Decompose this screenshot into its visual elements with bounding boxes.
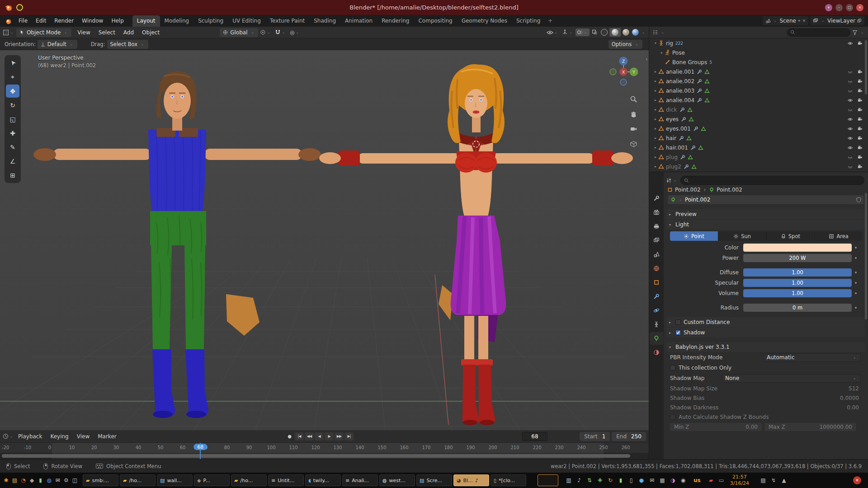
outliner-row-hair[interactable]: ▸hair (649, 133, 868, 143)
taskbar-app-clo[interactable]: ▯*[clo... (491, 474, 526, 486)
light-color-swatch[interactable] (743, 244, 852, 252)
outliner-row-eyes[interactable]: ▸eyes (649, 114, 868, 124)
timeline-menu-marker[interactable]: Marker (94, 433, 120, 440)
auto-calculate-checkbox[interactable] (670, 414, 675, 420)
filter-icon[interactable] (852, 30, 858, 35)
taskbar-app-untit[interactable]: ≡Untit... (268, 474, 304, 486)
outliner-row-pose[interactable]: ▸Pose (649, 48, 868, 57)
mail-launcher-icon[interactable]: ✉ (54, 476, 61, 484)
min-z-field[interactable]: Min Z0.00 (670, 423, 762, 431)
properties-tab-object[interactable] (650, 276, 663, 289)
light-radius-field[interactable]: 0 m (743, 304, 852, 312)
breadcrumb-object[interactable]: Point.002 (675, 187, 701, 193)
light-diffuse-slider[interactable]: 1.00 (743, 268, 852, 277)
jump-to-end-button[interactable]: ▶| (344, 432, 354, 441)
shadow-map-dropdown[interactable]: None⌄ (722, 374, 861, 383)
outliner-row-hair-001[interactable]: ▸hair.001 (649, 143, 868, 152)
animate-property-dot[interactable] (855, 292, 857, 294)
eye-closed-icon[interactable] (847, 107, 853, 113)
light-volume-slider[interactable]: 1.00 (743, 289, 852, 297)
proportional-editing-icon[interactable]: ◎ (290, 29, 294, 36)
tool-select-box[interactable]: ➤ (3, 54, 22, 72)
add-workspace-button[interactable]: + (545, 15, 556, 27)
workspace-tab-rendering[interactable]: Rendering (377, 15, 414, 27)
workspace-tab-uv-editing[interactable]: UV Editing (228, 15, 265, 27)
editor-type-caret-icon[interactable]: ⌄ (674, 178, 676, 182)
outliner-scrollbar[interactable] (865, 40, 867, 94)
expand-arrow-icon[interactable]: ▸ (653, 155, 658, 159)
menu-file[interactable]: File (14, 15, 32, 27)
timeline-menu-view[interactable]: View (73, 433, 94, 440)
transform-orientation-selector[interactable]: Global ⌄ (220, 28, 258, 37)
usb-tray-icon[interactable]: ↯ (770, 477, 777, 483)
eye-closed-icon[interactable] (847, 79, 853, 84)
properties-tab-output[interactable] (650, 220, 663, 233)
empty-launcher-slot[interactable] (538, 474, 558, 486)
pbr-intensity-dropdown[interactable]: Automatic⌄ (763, 353, 861, 362)
color-tray-icon[interactable]: ◑ (669, 477, 676, 483)
properties-tab-constraints[interactable] (650, 318, 663, 331)
expand-arrow-icon[interactable]: ▸ (653, 79, 658, 83)
flag-tray-icon[interactable]: ▰ (708, 477, 715, 483)
3d-viewport[interactable]: User Perspective (68) wear2 | Point.002 … (0, 50, 649, 430)
timeline-scrollbar[interactable] (2, 454, 630, 458)
animate-property-dot[interactable] (855, 247, 857, 249)
close-button[interactable]: ✕ (856, 4, 863, 11)
outliner-row-eyes-001[interactable]: ▸eyes.001 (649, 124, 868, 133)
this-collection-only-checkbox[interactable] (670, 365, 675, 371)
camera-icon[interactable] (857, 155, 863, 160)
taskbar-clock[interactable]: 21:57 3/16/24 (730, 474, 749, 487)
shading-caret-icon[interactable]: ⌄ (642, 31, 645, 34)
mode-selector[interactable]: Object Mode ⌄ (16, 28, 71, 37)
gimp-launcher-icon[interactable]: ◆ (28, 476, 36, 484)
eye-open-icon[interactable] (847, 145, 853, 150)
outliner-row-plug2[interactable]: ▸plug2 (649, 162, 868, 171)
eye-open-icon[interactable] (847, 41, 853, 46)
firefox-launcher-icon[interactable]: ◔ (19, 476, 27, 484)
workspace-tab-animation[interactable]: Animation (340, 15, 377, 27)
outliner-row-analie-004[interactable]: ▸analie.004 (649, 95, 868, 105)
auto-keying-toggle[interactable]: ● (285, 432, 294, 441)
options-dropdown[interactable]: Options ⌄ (609, 40, 642, 49)
axis-neg-y-ball[interactable] (610, 69, 616, 75)
expand-arrow-icon[interactable]: ▸ (653, 145, 658, 150)
properties-tab-physics[interactable] (650, 304, 663, 317)
window-menu-button[interactable]: ▾ (825, 4, 832, 11)
panel-custom-distance-header[interactable]: Custom Distance (684, 319, 730, 325)
axis-neg-z-ball[interactable] (620, 79, 627, 85)
properties-tab-object-data[interactable] (650, 332, 663, 345)
expand-arrow-icon[interactable]: ▸ (653, 108, 658, 112)
workspace-tab-scripting[interactable]: Scripting (512, 15, 545, 27)
prev-keyframe-button[interactable]: ◀◀ (305, 432, 314, 441)
tool-move[interactable]: ✥ (6, 84, 19, 98)
menu-launcher-icon[interactable]: ✱ (2, 476, 10, 484)
timeline-editor-type-icon[interactable] (3, 433, 9, 439)
clipboard-tray-icon[interactable]: ▯ (627, 477, 635, 483)
play-reverse-button[interactable]: ◀ (315, 432, 324, 441)
pivot-point-icon[interactable] (260, 29, 266, 35)
custom-distance-checkbox[interactable] (675, 319, 681, 325)
orientation-setting-dropdown[interactable]: Default ⌄ (38, 40, 77, 49)
keyboard-layout-indicator[interactable]: us (693, 477, 701, 483)
light-type-area[interactable]: Area (815, 231, 863, 241)
tool-measure[interactable]: ∠ (6, 155, 19, 168)
breadcrumb-data[interactable]: Point.002 (717, 187, 742, 193)
viewport-menu-object[interactable]: Object (138, 29, 164, 36)
properties-scrollbar[interactable] (865, 193, 867, 319)
taskbar-app-p[interactable]: ◆P... (194, 474, 230, 486)
light-power-field[interactable]: 200 W (743, 254, 852, 262)
timeline-menu-playback[interactable]: Playback (14, 433, 47, 440)
pivot-caret-icon[interactable]: ⌄ (267, 31, 270, 34)
animate-property-dot[interactable] (855, 307, 857, 309)
taskbar-app-west[interactable]: ◍west... (379, 474, 415, 486)
volume-tray-icon[interactable]: ♪ (576, 477, 583, 483)
expand-arrow-icon[interactable]: ▸ (669, 331, 673, 335)
timeline-menu-keying[interactable]: Keying (46, 433, 72, 440)
panel-babylon-header[interactable]: Babylon.js ver 3.3.1 (675, 344, 730, 350)
camera-icon[interactable] (857, 145, 863, 150)
camera-icon[interactable] (857, 41, 863, 46)
properties-search-input[interactable] (680, 176, 864, 185)
animate-property-dot[interactable] (855, 257, 857, 259)
expand-arrow-icon[interactable]: ▾ (653, 41, 658, 45)
editor-type-caret-icon[interactable]: ⌄ (661, 31, 664, 34)
